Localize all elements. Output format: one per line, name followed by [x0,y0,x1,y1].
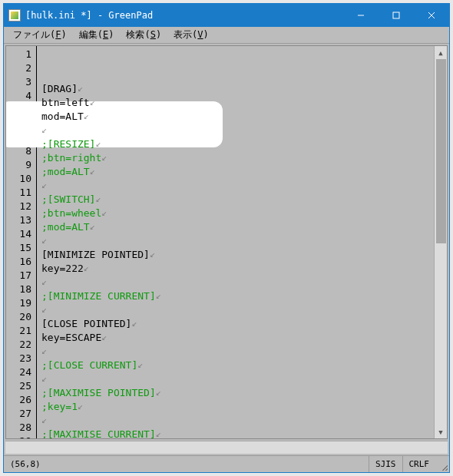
scroll-down-arrow[interactable]: ▼ [435,425,447,438]
code-line[interactable]: ;btn=right↙ [41,151,434,165]
code-line[interactable]: ;[MAXIMISE POINTED]↙ [41,386,434,400]
menu-search[interactable]: 検索(S) [120,27,167,43]
code-line[interactable]: ;mod=ALT↙ [41,165,434,179]
code-line[interactable]: [CLOSE POINTED]↙ [41,317,434,331]
line-number: 1 [6,48,36,61]
eol-marker: ↙ [95,137,101,150]
eol-marker: ↙ [41,302,47,316]
eol-marker: ↙ [84,109,89,123]
eol-marker: ↙ [84,261,89,275]
code-line[interactable]: key=ESCAPE↙ [41,331,434,345]
maximize-button[interactable] [379,4,414,27]
code-line[interactable]: ;[MINIMIZE CURRENT]↙ [41,289,434,303]
eol-marker: ↙ [101,206,107,220]
scroll-thumb[interactable] [436,59,446,243]
line-number: 21 [6,324,36,338]
eol-marker: ↙ [137,358,143,372]
eol-marker: ↙ [90,164,95,178]
eol-marker: ↙ [90,220,95,233]
line-number: 20 [6,310,36,324]
line-number: 22 [6,338,36,352]
status-cursor: (56,8) [4,456,47,472]
window-title: [hulk.ini *] - GreenPad [25,10,153,21]
code-line[interactable]: ↙ [41,372,434,386]
vertical-scrollbar[interactable]: ▲ ▼ [434,46,447,438]
menu-edit[interactable]: 編集(E) [73,27,121,43]
line-number: 27 [6,407,36,421]
statusbar: (56,8) SJIS CRLF [4,455,449,472]
code-line[interactable]: ↙ [41,303,434,317]
code-area[interactable]: [DRAG]↙btn=left↙mod=ALT↙↙;[RESIZE]↙;btn=… [37,46,434,438]
horizontal-scrollbar[interactable] [5,441,448,454]
eol-marker: ↙ [78,81,83,95]
status-line-ending: CRLF [402,456,436,472]
eol-marker: ↙ [90,95,95,109]
line-number: 18 [6,283,36,296]
line-number: 16 [6,255,36,269]
line-number: 13 [6,213,36,227]
code-line[interactable]: ;key=1↙ [41,400,434,414]
menu-view[interactable]: 表示(V) [167,27,215,43]
menu-file[interactable]: ファイル(F) [7,27,73,43]
code-line[interactable]: key=222↙ [41,262,434,276]
maximize-icon [392,12,400,19]
code-line[interactable]: mod=ALT↙ [41,110,434,124]
eol-marker: ↙ [156,289,161,302]
line-number: 3 [6,75,36,89]
code-line[interactable]: ;[RESIZE]↙ [41,137,434,151]
line-number: 23 [6,352,36,365]
status-encoding: SJIS [369,456,402,472]
eol-marker: ↙ [156,385,161,399]
line-number: 12 [6,200,36,213]
code-line[interactable]: [MINIMIZE POINTED]↙ [41,248,434,262]
eol-marker: ↙ [78,399,83,413]
code-line[interactable]: ↙ [41,179,434,193]
eol-marker: ↙ [156,427,161,439]
code-line[interactable]: ;[MAXIMISE CURRENT]↙ [41,428,434,439]
minimize-icon [357,12,365,19]
eol-marker: ↙ [131,316,137,330]
editor-frame: 1234567891011121314151617181920212223242… [5,45,448,439]
code-line[interactable]: btn=left↙ [41,96,434,110]
menubar: ファイル(F) 編集(E) 検索(S) 表示(V) [4,27,449,44]
eol-marker: ↙ [41,344,47,358]
line-number: 14 [6,227,36,241]
eol-marker: ↙ [41,178,47,192]
code-line[interactable]: ;[CLOSE CURRENT]↙ [41,359,434,372]
close-icon [428,12,435,19]
line-number: 19 [6,296,36,310]
code-line[interactable]: ;mod=ALT↙ [41,220,434,234]
line-number: 2 [6,61,36,75]
code-line[interactable]: ↙ [41,276,434,289]
line-number: 11 [6,186,36,200]
code-line[interactable]: [DRAG]↙ [41,82,434,96]
scroll-up-arrow[interactable]: ▲ [435,46,447,59]
line-number: 10 [6,172,36,186]
code-line[interactable]: ↙ [41,124,434,137]
eol-marker: ↙ [150,247,155,261]
eol-marker: ↙ [41,372,47,385]
line-number: 25 [6,379,36,393]
code-line[interactable]: ;[SWITCH]↙ [41,193,434,207]
code-line[interactable]: ↙ [41,414,434,428]
eol-marker: ↙ [41,123,47,137]
eol-marker: ↙ [41,233,47,247]
close-button[interactable] [414,4,449,27]
line-number: 17 [6,269,36,283]
app-window: [hulk.ini *] - GreenPad ファイル(F) 編集(E) 検索… [3,3,450,473]
line-number: 24 [6,365,36,379]
eol-marker: ↙ [41,413,47,427]
eol-marker: ↙ [95,192,101,206]
app-icon [8,9,21,21]
resize-grip[interactable] [435,456,449,472]
minimize-button[interactable] [343,4,379,27]
svg-rect-1 [393,12,399,18]
line-number: 29 [6,435,36,439]
code-line[interactable]: ;btn=wheel↙ [41,207,434,220]
line-number: 9 [6,158,36,172]
line-number: 26 [6,393,36,407]
code-line[interactable]: ↙ [41,234,434,248]
titlebar[interactable]: [hulk.ini *] - GreenPad [4,4,449,27]
code-line[interactable]: ↙ [41,345,434,359]
eol-marker: ↙ [41,275,47,289]
